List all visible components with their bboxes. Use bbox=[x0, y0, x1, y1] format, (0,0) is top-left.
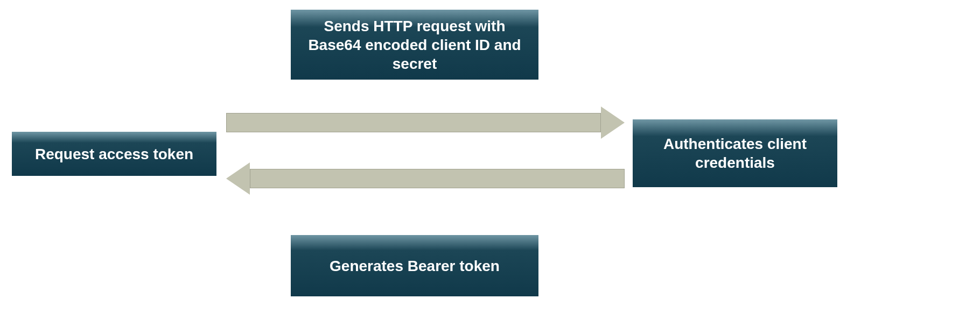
arrow-backward-icon bbox=[226, 162, 625, 195]
box-request-access-token: Request access token bbox=[12, 132, 216, 176]
arrow-forward-icon bbox=[226, 106, 625, 139]
box-generates-bearer-token: Generates Bearer token bbox=[291, 235, 538, 296]
box-authenticates-client-credentials: Authenticates client credentials bbox=[633, 119, 837, 187]
box-send-http-request: Sends HTTP request with Base64 encoded c… bbox=[291, 10, 538, 80]
